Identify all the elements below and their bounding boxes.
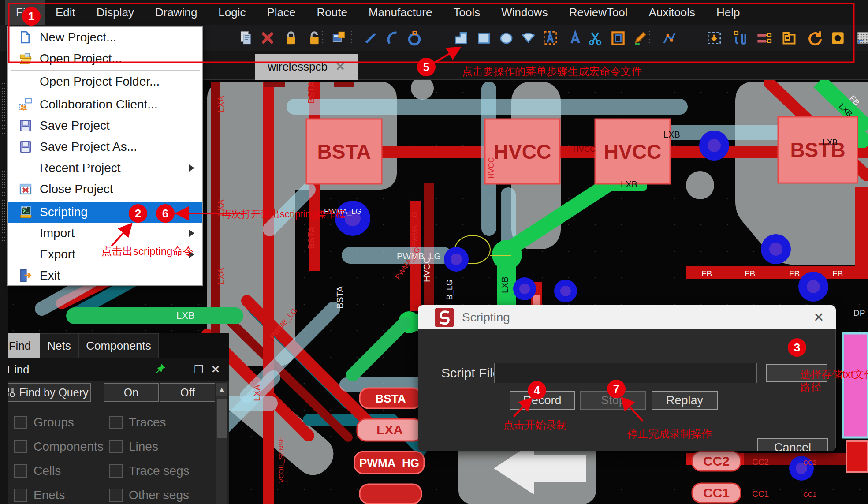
file-menu-item-collaboration-client[interactable]: Collaboration Client... [8, 94, 202, 115]
cut-icon[interactable] [586, 29, 604, 47]
arc-icon[interactable] [384, 29, 401, 47]
menu-logic[interactable]: Logic [208, 0, 256, 25]
checkbox-label: Enets [34, 488, 65, 502]
svg-text:BSTA: BSTA [376, 392, 406, 405]
toolbar-separator [349, 30, 353, 45]
rectangle-icon[interactable] [475, 29, 492, 47]
file-menu-item-save-project[interactable]: Save Project [8, 115, 202, 136]
checkbox-icon[interactable] [14, 416, 27, 429]
svg-text:PWMA_HG: PWMA_HG [359, 456, 419, 470]
checkbox-icon[interactable] [109, 464, 123, 478]
checkbox-icon[interactable] [14, 489, 27, 502]
menu-windows[interactable]: Windows [491, 0, 558, 25]
file-menu-item-label: Exit [40, 269, 60, 283]
text-select-icon[interactable] [541, 29, 559, 47]
replay-button[interactable]: Replay [652, 391, 718, 410]
file-menu-item-new-project[interactable]: New Project... [8, 27, 202, 48]
menu-auxitools[interactable]: Auxitools [638, 0, 706, 25]
find-scrollbar[interactable]: ▲ [216, 383, 227, 504]
dock-handle-icon[interactable] [1, 82, 7, 135]
via-grid-icon[interactable] [854, 29, 868, 47]
script-file-input[interactable] [494, 363, 757, 383]
application-window: BSTAHVCCHVCCBSTB BSTALXAPWMA_HGCC2CC1 LX… [0, 0, 868, 504]
window-frame-icon[interactable] [609, 29, 627, 47]
checkbox-cells[interactable]: Cells [14, 464, 61, 478]
record-button[interactable]: Record [510, 391, 575, 410]
bus-icon[interactable] [755, 29, 772, 47]
off-button[interactable]: Off [160, 383, 215, 402]
line-icon[interactable] [361, 29, 379, 47]
dock-handle-icon[interactable] [1, 170, 7, 241]
checkbox-components[interactable]: Components [14, 440, 104, 454]
file-menu-item-save-project-as[interactable]: Save Project As... [8, 136, 202, 157]
checkbox-icon[interactable] [109, 489, 123, 502]
checkbox-traces[interactable]: Traces [109, 415, 166, 429]
menu-place[interactable]: Place [257, 0, 306, 25]
on-button[interactable]: On [104, 383, 159, 402]
menu-reviewtool[interactable]: ReviewTool [559, 0, 638, 25]
dialog-close-icon[interactable]: ✕ [813, 305, 824, 329]
menu-tools[interactable]: Tools [443, 0, 491, 25]
stop-button[interactable]: Stop [580, 391, 646, 410]
tab-close-icon[interactable]: ✕ [335, 60, 345, 74]
menu-route[interactable]: Route [306, 0, 358, 25]
polyline-icon[interactable] [660, 29, 678, 47]
checkbox-icon[interactable] [14, 464, 27, 478]
minimize-icon[interactable]: ─ [174, 363, 187, 376]
find-tab-components[interactable]: Components [78, 333, 159, 358]
file-menu-item-export[interactable]: Export [8, 244, 202, 265]
cancel-button[interactable]: Cancel [757, 438, 828, 451]
checkbox-lines[interactable]: Lines [109, 440, 158, 454]
svg-text:HVCC: HVCC [604, 140, 661, 163]
menu-help[interactable]: Help [706, 0, 750, 25]
file-menu-item-close-project[interactable]: Close Project [8, 179, 202, 200]
paste-icon[interactable] [237, 29, 254, 47]
svg-text:PWMA_LG: PWMA_LG [324, 207, 361, 216]
rotate-icon[interactable] [806, 29, 823, 47]
tab-wirelesspcb[interactable]: wirelesspcb ✕ [255, 54, 358, 80]
pins-icon[interactable] [731, 29, 749, 47]
select-window-icon[interactable] [705, 29, 723, 47]
maze-route-icon[interactable] [780, 29, 798, 47]
delete-icon[interactable] [259, 29, 276, 47]
checkbox-icon[interactable] [109, 416, 123, 429]
menu-file[interactable]: File [5, 0, 45, 25]
checkbox-groups[interactable]: Groups [14, 415, 74, 429]
file-menu-item-import[interactable]: Import [8, 223, 202, 244]
checkbox-enets[interactable]: Enets [14, 488, 65, 502]
checkbox-other-segs[interactable]: Other segs [109, 488, 189, 502]
file-menu-item-exit[interactable]: Exit [8, 265, 202, 286]
scripting-dialog-titlebar[interactable]: Scripting ✕ [418, 305, 836, 329]
checkbox-trace-segs[interactable]: Trace segs [109, 464, 189, 478]
file-menu-item-open-project[interactable]: Open Project... [8, 48, 202, 69]
file-menu-item-recent-project[interactable]: Recent Project [8, 157, 202, 179]
pencil-icon[interactable] [631, 29, 649, 47]
file-menu-item-open-project-folder[interactable]: Open Project Folder... [8, 71, 202, 92]
menu-display[interactable]: Display [86, 0, 145, 25]
scroll-up-icon[interactable]: ▲ [216, 383, 227, 396]
find-tab-nets[interactable]: Nets [40, 333, 78, 358]
text-icon[interactable] [566, 29, 584, 47]
pin-icon[interactable] [153, 363, 167, 376]
menu-drawing[interactable]: Drawing [145, 0, 208, 25]
restore-icon[interactable]: ❐ [192, 363, 205, 376]
close-icon[interactable]: ✕ [209, 363, 222, 376]
ellipse-icon[interactable] [497, 29, 515, 47]
menu-edit[interactable]: Edit [45, 0, 86, 25]
menu-manufacture[interactable]: Manufacture [358, 0, 443, 25]
svg-text:BSTA: BSTA [306, 81, 316, 104]
checkbox-icon[interactable] [109, 440, 123, 453]
pad-icon[interactable] [829, 29, 846, 47]
wedge-icon[interactable] [519, 29, 537, 47]
lock-icon[interactable] [282, 29, 300, 47]
find-by-query-button[interactable]: Find by Query [3, 383, 91, 402]
scripting-dialog: Scripting ✕ Script File: Record Stop Rep… [418, 305, 836, 451]
browse-button[interactable] [766, 364, 827, 382]
unlock-icon[interactable] [305, 29, 323, 47]
properties-window-icon[interactable] [330, 29, 347, 47]
polygon-icon[interactable] [452, 29, 469, 47]
scroll-thumb[interactable] [217, 399, 227, 438]
file-menu-item-scripting[interactable]: Scripting [8, 202, 202, 223]
checkbox-icon[interactable] [14, 440, 27, 453]
circle-icon[interactable] [406, 29, 423, 47]
